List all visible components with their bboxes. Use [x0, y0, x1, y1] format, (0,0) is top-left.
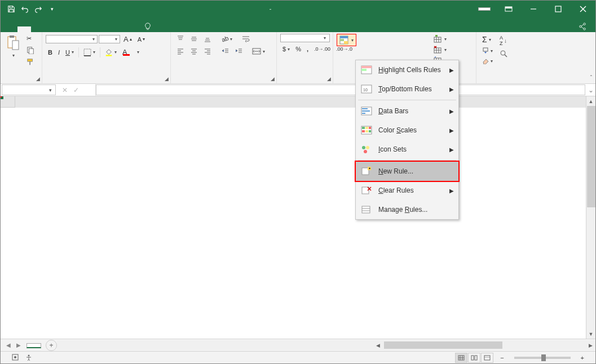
- zoom-out-button[interactable]: −: [500, 354, 504, 361]
- scroll-left-icon[interactable]: ◀: [373, 340, 383, 350]
- cf-clear-rules[interactable]: Clear Rules ▶: [356, 181, 458, 200]
- macro-record-icon[interactable]: [12, 354, 19, 362]
- format-painter-button[interactable]: [24, 57, 37, 67]
- tab-formulas[interactable]: [58, 26, 72, 32]
- number-format-select[interactable]: ▾: [280, 34, 330, 42]
- percent-button[interactable]: %: [293, 45, 303, 54]
- scroll-down-icon[interactable]: ▼: [586, 329, 595, 339]
- cf-color-scales[interactable]: Color Scales ▶: [356, 121, 458, 140]
- clipboard-launcher-icon[interactable]: ◢: [34, 76, 41, 83]
- minimize-icon[interactable]: [522, 1, 545, 17]
- cf-highlight-cells[interactable]: Highlight Cells Rules ▶: [356, 60, 458, 79]
- increase-decimal-button[interactable]: .0→.00: [312, 45, 333, 53]
- font-name-select[interactable]: ▾: [46, 35, 98, 43]
- align-middle-button[interactable]: [188, 34, 200, 44]
- delete-cells-button[interactable]: ▾: [431, 45, 449, 55]
- normal-view-button[interactable]: [455, 353, 467, 363]
- bold-button[interactable]: B: [46, 48, 55, 57]
- cancel-icon[interactable]: ✕: [60, 86, 69, 94]
- decrease-font-button[interactable]: A▾: [135, 35, 147, 44]
- vertical-scrollbar[interactable]: ▲ ▼: [586, 96, 595, 339]
- tab-help[interactable]: [126, 26, 139, 32]
- maximize-icon[interactable]: [547, 1, 569, 17]
- hscrollbar-thumb[interactable]: [384, 341, 502, 349]
- align-bottom-button[interactable]: [201, 34, 214, 44]
- cut-button[interactable]: ✂: [24, 34, 37, 43]
- save-icon[interactable]: [6, 4, 16, 14]
- italic-button[interactable]: I: [56, 48, 62, 57]
- formula-input[interactable]: [96, 85, 585, 95]
- increase-font-button[interactable]: A▴: [121, 34, 134, 45]
- enter-icon[interactable]: ✓: [72, 86, 81, 94]
- align-left-button[interactable]: [174, 46, 187, 56]
- font-size-select[interactable]: ▾: [99, 35, 120, 43]
- expand-formula-bar-icon[interactable]: ⌄: [586, 84, 595, 96]
- find-select-button[interactable]: [497, 48, 510, 59]
- cf-manage-rules[interactable]: Manage Rules...: [356, 200, 458, 219]
- merge-center-button[interactable]: ▾: [250, 46, 267, 56]
- clear-button[interactable]: ▾: [480, 56, 495, 65]
- number-launcher-icon[interactable]: ◢: [325, 76, 332, 83]
- font-color-button[interactable]: A▾: [120, 47, 142, 57]
- svg-rect-96: [365, 127, 368, 129]
- tab-home[interactable]: [17, 26, 31, 32]
- paste-button[interactable]: ▾: [4, 34, 22, 59]
- horizontal-scrollbar[interactable]: ◀ ▶: [57, 340, 595, 350]
- sheet-next-icon[interactable]: ▶: [14, 342, 23, 348]
- orientation-button[interactable]: ab▾: [219, 34, 235, 43]
- tab-developer[interactable]: [112, 26, 126, 32]
- borders-button[interactable]: ▾: [81, 47, 98, 57]
- align-right-button[interactable]: [201, 46, 214, 56]
- page-break-view-button[interactable]: [481, 353, 493, 363]
- svg-rect-15: [29, 48, 33, 54]
- scroll-right-icon[interactable]: ▶: [586, 340, 595, 350]
- tab-file[interactable]: [3, 26, 16, 32]
- autosum-button[interactable]: Σ▾: [480, 34, 495, 45]
- cf-top-bottom[interactable]: 10 Top/Bottom Rules ▶: [356, 79, 458, 99]
- name-box[interactable]: ▾: [2, 85, 56, 95]
- scrollbar-thumb[interactable]: [587, 106, 595, 207]
- conditional-formatting-button[interactable]: ▾: [337, 34, 356, 46]
- accessibility-status[interactable]: [25, 354, 32, 361]
- increase-indent-button[interactable]: [233, 46, 245, 56]
- align-center-button[interactable]: [188, 46, 200, 56]
- zoom-slider[interactable]: [514, 357, 571, 359]
- copy-button[interactable]: [24, 45, 37, 55]
- tab-review[interactable]: [85, 26, 99, 32]
- decrease-indent-button[interactable]: [219, 46, 232, 56]
- align-top-button[interactable]: [174, 34, 187, 44]
- new-sheet-button[interactable]: +: [46, 340, 57, 351]
- comma-button[interactable]: ,: [304, 45, 311, 54]
- qa-customize-icon[interactable]: ▾: [47, 4, 57, 14]
- cf-data-bars[interactable]: Data Bars ▶: [356, 101, 458, 121]
- collapse-ribbon-icon[interactable]: ˆ: [588, 74, 594, 82]
- undo-icon[interactable]: [20, 4, 30, 14]
- sort-filter-button[interactable]: AZ↓: [497, 34, 510, 47]
- scroll-up-icon[interactable]: ▲: [586, 96, 595, 106]
- fill-button[interactable]: ▾: [480, 46, 495, 55]
- tab-data[interactable]: [72, 26, 85, 32]
- tab-page-layout[interactable]: [45, 26, 58, 32]
- ribbon-display-icon[interactable]: [497, 1, 520, 17]
- wrap-text-button[interactable]: [239, 34, 253, 44]
- tab-view[interactable]: [99, 26, 112, 32]
- redo-icon[interactable]: [33, 4, 43, 14]
- underline-button[interactable]: U▾: [63, 48, 76, 57]
- zoom-knob[interactable]: [541, 354, 546, 361]
- close-icon[interactable]: [572, 1, 594, 17]
- sheet-tab-sheet1[interactable]: [27, 343, 41, 348]
- currency-button[interactable]: $▾: [280, 45, 292, 54]
- sign-in-button[interactable]: [478, 7, 491, 11]
- zoom-in-button[interactable]: +: [581, 354, 584, 361]
- font-launcher-icon[interactable]: ◢: [163, 76, 170, 83]
- tab-insert[interactable]: [31, 26, 45, 32]
- tell-me[interactable]: [139, 23, 160, 32]
- fill-color-button[interactable]: ▾: [103, 47, 119, 57]
- alignment-launcher-icon[interactable]: ◢: [269, 76, 276, 83]
- sheet-prev-icon[interactable]: ◀: [4, 342, 13, 348]
- cf-new-rule[interactable]: ✦ New Rule...: [356, 162, 458, 181]
- share-button[interactable]: [572, 23, 595, 32]
- page-layout-view-button[interactable]: [468, 353, 480, 363]
- cf-icon-sets[interactable]: Icon Sets ▶: [356, 140, 458, 159]
- insert-cells-button[interactable]: ▾: [431, 34, 449, 44]
